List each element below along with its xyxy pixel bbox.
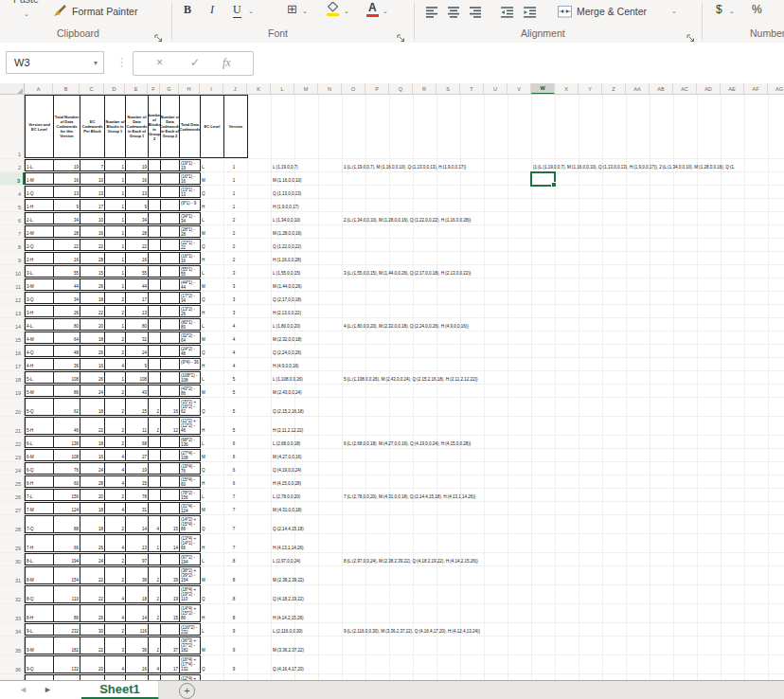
- table-cell[interactable]: 30: [80, 623, 105, 636]
- table-cell[interactable]: 17: [125, 292, 149, 304]
- table-cell[interactable]: (13*1) - 13: [179, 186, 201, 198]
- table-cell[interactable]: 28: [53, 225, 80, 238]
- column-header-G[interactable]: G: [160, 83, 179, 95]
- table-cell[interactable]: [160, 305, 180, 317]
- insert-function-icon[interactable]: fx: [223, 56, 231, 70]
- cell-text[interactable]: 7: [225, 546, 242, 550]
- table-cell[interactable]: 24: [80, 385, 105, 397]
- cell-text[interactable]: 8: [225, 616, 242, 620]
- table-cell[interactable]: (13*4) + (14*1) - 66: [179, 534, 201, 552]
- table-cell[interactable]: 110: [53, 585, 80, 603]
- table-cell[interactable]: 2: [104, 489, 126, 501]
- table-cell[interactable]: (43*2) - 86: [179, 385, 201, 397]
- table-cell[interactable]: 9-L: [25, 623, 54, 636]
- table-cell[interactable]: [160, 225, 180, 238]
- table-cell[interactable]: 232: [53, 623, 80, 636]
- column-header-A[interactable]: A: [25, 83, 53, 95]
- table-cell[interactable]: 3-M: [25, 278, 54, 291]
- cell-text[interactable]: 3:{L:(1,55,0,0,15), M:(1,44,0,0,26), Q:(…: [344, 271, 471, 276]
- table-cell[interactable]: [160, 265, 180, 278]
- cell-text[interactable]: H: [202, 546, 205, 550]
- table-cell[interactable]: 4-Q: [25, 345, 54, 357]
- cell-text[interactable]: 2:{L:(1,34,0,0,10), M:(1,28,0,0,16), Q:(…: [344, 218, 471, 223]
- cell-text[interactable]: L:(1,108,0,0,26): [273, 377, 303, 382]
- table-cell[interactable]: 108: [125, 371, 149, 384]
- table-cell[interactable]: 9-Q: [25, 655, 54, 673]
- table-cell[interactable]: [148, 278, 161, 291]
- column-header-Z[interactable]: Z: [602, 83, 626, 95]
- table-cell[interactable]: [148, 265, 161, 278]
- table-cell[interactable]: 14: [160, 534, 180, 552]
- row-header-14[interactable]: 14: [0, 318, 25, 331]
- cell-text[interactable]: M: [202, 390, 205, 395]
- column-header-AB[interactable]: AB: [650, 83, 673, 95]
- cell-text[interactable]: L:(1,19,0,0,7): [273, 165, 298, 170]
- cell-text[interactable]: 5: [225, 409, 242, 414]
- column-header-AA[interactable]: AA: [626, 83, 650, 95]
- column-header-J[interactable]: J: [223, 83, 247, 95]
- table-cell[interactable]: (18*4) + (19*2) - 110: [179, 585, 201, 603]
- table-cell[interactable]: [160, 385, 180, 397]
- row-header-34[interactable]: 34: [0, 623, 25, 636]
- row-header-6[interactable]: 6: [0, 212, 25, 224]
- table-cell[interactable]: [148, 502, 161, 514]
- cell-text[interactable]: M: [202, 284, 205, 289]
- table-cell[interactable]: (78*2) - 156: [179, 489, 201, 501]
- table-cell[interactable]: 4: [104, 534, 126, 552]
- table-cell[interactable]: 4: [104, 655, 126, 673]
- cell-text[interactable]: 3: [225, 284, 242, 289]
- table-cell[interactable]: 14: [125, 515, 149, 533]
- table-cell[interactable]: 136: [53, 436, 80, 448]
- table-cell[interactable]: 66: [53, 534, 80, 552]
- table-cell[interactable]: 43: [125, 385, 149, 397]
- cell-text[interactable]: H:(4,14,2,15,26): [273, 616, 304, 620]
- table-cell[interactable]: 194: [53, 553, 80, 565]
- formula-input[interactable]: [256, 51, 784, 74]
- row-header-2[interactable]: 2: [0, 159, 25, 171]
- table-cell[interactable]: [148, 186, 161, 198]
- table-cell[interactable]: 22: [80, 566, 105, 584]
- cell-text[interactable]: M: [202, 178, 205, 183]
- cell-text[interactable]: H:(1,16,0,0,28): [273, 258, 301, 262]
- table-cell[interactable]: 26: [80, 604, 105, 622]
- font-color-icon[interactable]: A: [368, 1, 377, 14]
- cell-text[interactable]: M:(2,38,2,39,22): [273, 578, 304, 582]
- cell-text[interactable]: Q:(2,14,4,15,18): [273, 527, 304, 531]
- table-cell[interactable]: [160, 318, 180, 331]
- table-cell[interactable]: 9: [125, 199, 149, 211]
- table-cell[interactable]: 2: [104, 436, 126, 448]
- table-cell[interactable]: 108: [53, 449, 80, 461]
- cell-text[interactable]: M:(3,36,2,37,22): [273, 648, 304, 653]
- align-center-icon[interactable]: [448, 5, 460, 22]
- cell-text[interactable]: H: [202, 364, 205, 368]
- table-cell[interactable]: 34: [125, 212, 149, 224]
- table-cell[interactable]: [160, 475, 180, 488]
- table-cell[interactable]: (16*1) - 16: [179, 172, 201, 185]
- cell-text[interactable]: 7:{L:(2,78,0,0,20), M:(4,31,0,0,18), Q:(…: [344, 494, 475, 499]
- cell-text[interactable]: Q: [202, 350, 205, 355]
- column-header-K[interactable]: K: [247, 83, 271, 95]
- table-cell[interactable]: 18: [80, 515, 105, 533]
- table-cell[interactable]: 8-Q: [25, 585, 54, 603]
- table-cell[interactable]: 55: [125, 265, 149, 278]
- column-header-AC[interactable]: AC: [673, 83, 697, 95]
- table-cell[interactable]: 16: [80, 225, 105, 238]
- font-color-chevron-icon[interactable]: ⌄: [383, 8, 388, 15]
- cell-text[interactable]: 1: [225, 205, 242, 209]
- column-header-H[interactable]: H: [179, 83, 200, 95]
- row-header-29[interactable]: 29: [0, 534, 25, 552]
- cell-text[interactable]: L:(1,55,0,0,15): [273, 271, 300, 276]
- table-cell[interactable]: [160, 462, 180, 475]
- cell-text[interactable]: 2: [225, 218, 242, 223]
- column-header-V[interactable]: V: [508, 83, 531, 95]
- table-cell[interactable]: (36*3) + (37*2) - 182: [179, 636, 201, 654]
- column-header-I[interactable]: I: [200, 83, 223, 95]
- column-header-F[interactable]: F: [148, 83, 160, 95]
- row-header-18[interactable]: 18: [0, 371, 25, 384]
- cell-text[interactable]: Q:(2,15,2,16,18): [273, 409, 304, 414]
- table-cell[interactable]: 1: [104, 199, 126, 211]
- table-cell[interactable]: [148, 345, 161, 357]
- column-header-D[interactable]: D: [104, 83, 125, 95]
- formula-bar-resizer[interactable]: ⋮: [116, 55, 128, 69]
- table-cell[interactable]: 18: [80, 436, 105, 448]
